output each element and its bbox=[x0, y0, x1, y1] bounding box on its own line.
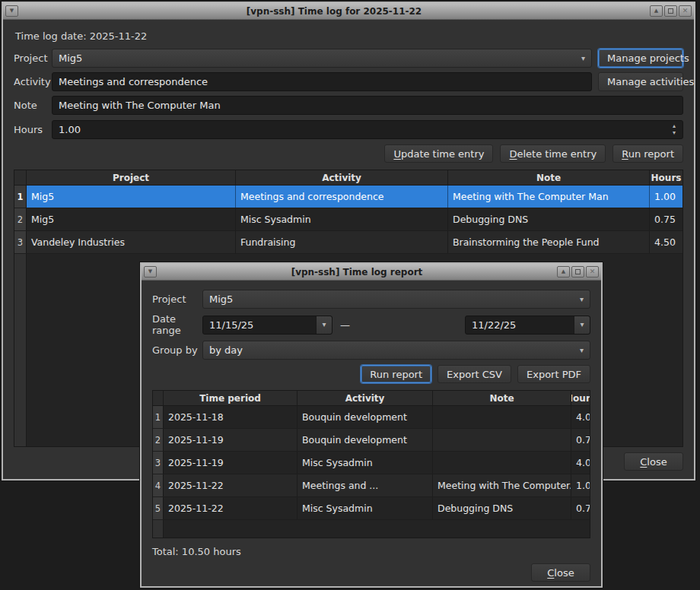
row-number: 1 bbox=[14, 186, 27, 208]
run-report-button[interactable]: Run report bbox=[612, 144, 683, 163]
export-pdf-button[interactable]: Export PDF bbox=[517, 365, 590, 383]
main-titlebar[interactable]: ▼ [vpn-ssh] Time log for 2025-11-22 ▲ ✕ bbox=[3, 3, 694, 20]
dialog-run-report-button[interactable]: Run report bbox=[361, 365, 431, 383]
end-date-value: 11/22/25 bbox=[466, 319, 574, 331]
report-row[interactable]: 4 2025-11-22 Meetings and ... Meeting wi… bbox=[153, 474, 590, 497]
chevron-down-icon: ▾ bbox=[580, 347, 584, 354]
maximize-button[interactable] bbox=[571, 266, 584, 278]
report-row[interactable]: 3 2025-11-19 Misc Sysadmin 4.00 bbox=[153, 452, 590, 474]
end-date-dropdown-button[interactable]: ▾ bbox=[574, 316, 590, 334]
col-header-note[interactable]: Note bbox=[448, 170, 650, 185]
entry-action-buttons: Update time entry Delete time entry Run … bbox=[14, 144, 683, 163]
col-header-activity[interactable]: Activity bbox=[236, 170, 448, 185]
maximize-icon bbox=[668, 8, 673, 14]
manage-activities-button[interactable]: Manage activities bbox=[598, 72, 683, 91]
col-header-activity[interactable]: Activity bbox=[298, 391, 433, 405]
close-window-button[interactable]: ✕ bbox=[679, 5, 692, 17]
menu-icon: ▼ bbox=[10, 8, 14, 14]
hours-row: Hours 1.00 ▴ ▾ bbox=[14, 120, 683, 139]
row-number: 1 bbox=[153, 406, 164, 428]
col-header-time-period[interactable]: Time period bbox=[164, 391, 298, 405]
project-combobox[interactable]: Mig5 ▾ bbox=[52, 49, 592, 68]
window-menu-button[interactable]: ▼ bbox=[5, 5, 18, 17]
date-range-row: Date range 11/15/25 ▾ — 11/22/25 ▾ bbox=[152, 313, 590, 336]
dialog-content: Project Mig5 ▾ Date range 11/15/25 ▾ — 1… bbox=[142, 281, 601, 586]
note-row: Note Meeting with The Computer Man bbox=[14, 96, 683, 115]
report-row[interactable]: 1 2025-11-18 Bouquin development 4.00 bbox=[153, 406, 590, 429]
report-project-label: Project bbox=[152, 293, 202, 305]
cell-period: 2025-11-18 bbox=[164, 406, 298, 428]
cell-activity: Misc Sysadmin bbox=[298, 452, 433, 474]
maximize-button[interactable] bbox=[664, 5, 677, 17]
hours-spinner[interactable]: 1.00 ▴ ▾ bbox=[52, 120, 683, 139]
dialog-titlebar[interactable]: ▼ [vpn-ssh] Time log report ▲ ✕ bbox=[142, 264, 601, 281]
group-by-label: Group by bbox=[152, 344, 202, 356]
report-row[interactable]: 5 2025-11-22 Misc Sysadmin Debugging DNS… bbox=[153, 497, 590, 520]
start-date-value: 11/15/25 bbox=[203, 319, 316, 331]
export-csv-button[interactable]: Export CSV bbox=[438, 365, 511, 383]
activity-input[interactable]: Meetings and correspondence bbox=[52, 72, 592, 91]
group-by-value: by day bbox=[209, 344, 575, 356]
shade-button[interactable]: ▲ bbox=[650, 5, 663, 17]
window-menu-button[interactable]: ▼ bbox=[144, 266, 157, 278]
report-project-row: Project Mig5 ▾ bbox=[152, 290, 590, 309]
time-log-date-label: Time log date: 2025-11-22 bbox=[15, 30, 683, 43]
close-button[interactable]: Close bbox=[624, 452, 683, 471]
date-range-separator: — bbox=[340, 319, 350, 331]
table-header: Project Activity Note Hours bbox=[14, 170, 682, 186]
table-row[interactable]: 1 Mig5 Meetings and correspondence Meeti… bbox=[14, 186, 682, 208]
shade-icon: ▲ bbox=[562, 269, 565, 274]
table-row[interactable]: 2 Mig5 Misc Sysadmin Debugging DNS 0.75 bbox=[14, 208, 682, 231]
start-date-dropdown-button[interactable]: ▾ bbox=[316, 316, 332, 334]
end-date-picker[interactable]: 11/22/25 ▾ bbox=[465, 316, 590, 335]
report-project-combobox[interactable]: Mig5 ▾ bbox=[202, 290, 590, 309]
total-hours-label: Total: 10.50 hours bbox=[152, 546, 590, 558]
close-window-button[interactable]: ✕ bbox=[586, 266, 599, 278]
spin-down-icon[interactable]: ▾ bbox=[673, 130, 676, 136]
cell-hours: 4.00 bbox=[571, 406, 590, 428]
row-number: 3 bbox=[153, 452, 164, 474]
manage-projects-button[interactable]: Manage projects bbox=[598, 49, 683, 68]
cell-period: 2025-11-19 bbox=[164, 452, 298, 474]
report-row[interactable]: 2 2025-11-19 Bouquin development 0.75 bbox=[153, 429, 590, 452]
cell-note: Brainstorming the People Fund bbox=[448, 231, 650, 253]
cell-activity: Meetings and correspondence bbox=[236, 186, 448, 208]
report-table: Time period Activity Note Hours 1 2025-1… bbox=[152, 390, 590, 538]
table-row[interactable]: 3 Vandeley Industries Fundraising Brains… bbox=[14, 231, 682, 254]
cell-activity: Bouquin development bbox=[298, 406, 433, 428]
cell-activity: Misc Sysadmin bbox=[298, 497, 433, 519]
hours-spinner-value: 1.00 bbox=[59, 124, 667, 135]
window-controls: ▲ ✕ bbox=[650, 5, 692, 17]
note-input[interactable]: Meeting with The Computer Man bbox=[52, 96, 683, 115]
main-window-title: [vpn-ssh] Time log for 2025-11-22 bbox=[21, 6, 648, 17]
chevron-down-icon: ▾ bbox=[580, 296, 584, 303]
update-time-entry-button[interactable]: Update time entry bbox=[384, 144, 493, 163]
corner-header bbox=[153, 391, 164, 405]
cell-project: Mig5 bbox=[27, 208, 236, 230]
note-label: Note bbox=[14, 100, 52, 111]
spin-up-icon[interactable]: ▴ bbox=[673, 123, 676, 129]
col-header-hours[interactable]: Hours bbox=[650, 170, 682, 185]
col-header-project[interactable]: Project bbox=[27, 170, 236, 185]
activity-row: Activity Meetings and correspondence Man… bbox=[14, 72, 683, 91]
desktop: ▼ [vpn-ssh] Time log for 2025-11-22 ▲ ✕ … bbox=[0, 0, 700, 590]
cell-note: Debugging DNS bbox=[448, 208, 650, 230]
row-number: 4 bbox=[153, 474, 164, 496]
col-header-note[interactable]: Note bbox=[433, 391, 571, 405]
maximize-icon bbox=[575, 269, 581, 274]
cell-period: 2025-11-22 bbox=[164, 474, 298, 496]
cell-hours: 4.00 bbox=[571, 452, 590, 474]
cell-hours: 4.50 bbox=[650, 231, 682, 253]
group-by-combobox[interactable]: by day ▾ bbox=[202, 341, 590, 360]
start-date-picker[interactable]: 11/15/25 ▾ bbox=[202, 316, 332, 335]
cell-note: Meeting with The Computer Man bbox=[448, 186, 650, 208]
dialog-close-button[interactable]: Close bbox=[531, 563, 590, 582]
shade-button[interactable]: ▲ bbox=[557, 266, 570, 278]
chevron-down-icon: ▾ bbox=[322, 321, 326, 328]
cell-note bbox=[433, 452, 571, 474]
col-header-hours[interactable]: Hours bbox=[571, 391, 590, 405]
delete-time-entry-button[interactable]: Delete time entry bbox=[500, 144, 606, 163]
cell-project: Vandeley Industries bbox=[27, 231, 236, 253]
cell-project: Mig5 bbox=[27, 186, 236, 208]
cell-activity: Meetings and ... bbox=[298, 474, 433, 496]
